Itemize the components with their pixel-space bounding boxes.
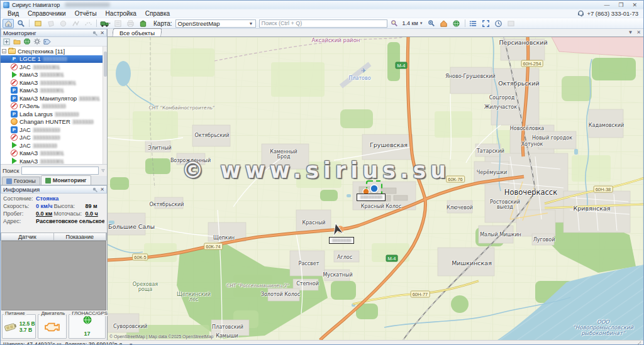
vehicle-row[interactable]: JAC 333333333 (1, 134, 107, 142)
menu-item[interactable]: Вид (3, 9, 23, 18)
hours-value[interactable]: 0.0 ч (86, 210, 98, 217)
object-list-button[interactable] (468, 19, 479, 28)
selected-vehicle-plate-label: 33333333 (357, 194, 386, 201)
expand-all-button[interactable] (3, 38, 11, 45)
app-window: Сириус Навигатор — ❐ ✕ ВидСправочникиОтч… (0, 0, 644, 345)
vehicle-row[interactable]: JAC 333333301 (1, 63, 107, 71)
vehicle-row[interactable]: КамАЗ 33333301 (1, 150, 107, 158)
close-panel-icon[interactable]: ✕ (100, 30, 104, 36)
vehicle-tree: – Спецтехника [11] LGCE 1 33333333 JAC 3… (1, 47, 107, 165)
pin-icon[interactable] (92, 187, 97, 192)
menu-item[interactable]: Настройка (101, 9, 141, 18)
fit-bounds-button[interactable] (480, 19, 492, 28)
home-view-button[interactable] (438, 19, 450, 28)
minimap-button[interactable] (506, 19, 517, 28)
tree-scrollbar[interactable] (103, 47, 107, 164)
gear-icon (33, 38, 41, 45)
maximize-button[interactable]: ❐ (618, 2, 623, 8)
zoom-search-button[interactable] (426, 19, 437, 28)
close-panel-icon[interactable]: ✕ (100, 187, 104, 192)
folder-icon (13, 38, 21, 45)
vehicle-status-icon (11, 71, 18, 78)
pin-icon[interactable] (92, 31, 97, 36)
vehicle-row[interactable]: КамАЗ Манипулятор 3333301 (1, 94, 107, 102)
value-col-header[interactable]: Показание (54, 233, 107, 240)
sensor-table-body (1, 241, 106, 310)
vehicle-row[interactable]: Lada Largus 33333333 (1, 110, 107, 118)
vehicle-group-row[interactable]: – Спецтехника [11] (1, 47, 107, 55)
menu-item[interactable]: Отчёты (70, 9, 101, 18)
world-view-button[interactable] (451, 19, 462, 28)
zone-tool-2-button[interactable] (57, 19, 69, 28)
sidebar-tab[interactable]: Геозоны (2, 177, 40, 185)
vehicle-row[interactable]: Changan HUNTER 3333333 (1, 118, 107, 126)
mileage-value[interactable]: 0.0 км (36, 210, 52, 217)
print-button[interactable] (125, 19, 136, 28)
vehicle-menu-button[interactable] (99, 19, 111, 28)
vehicle-row[interactable]: LGCE 1 33333333 (1, 55, 107, 63)
state-label: Состояние: (3, 195, 36, 202)
show-folder-button[interactable] (13, 38, 21, 45)
edit-geozone-button[interactable] (32, 19, 43, 28)
chevron-down-icon[interactable]: ▼ (129, 342, 133, 345)
monitoring-sidebar: Мониторинг ✕ – Спецтехника [11] (1, 29, 108, 340)
info-panel-header: Информация ✕ (1, 185, 107, 194)
tab-all-objects[interactable]: Все объекты (112, 28, 162, 36)
menu-bar: ВидСправочникиОтчётыНастройкаСправка +7 … (1, 9, 643, 18)
vehicle-row[interactable]: КамАЗ 33333301 (1, 87, 107, 95)
show-on-map-button[interactable] (23, 38, 31, 45)
global-search-input[interactable] (259, 19, 387, 28)
map-provider-select[interactable]: OpenStreetMap ▼ (175, 19, 256, 28)
map-scale-select[interactable]: 1.4 км▼ (401, 20, 425, 26)
report-button[interactable] (112, 19, 123, 28)
truck-icon (100, 19, 111, 28)
vehicle-row[interactable]: JAC 33333333 (1, 141, 107, 150)
resize-grip[interactable] (635, 341, 641, 345)
vehicle-row[interactable]: КамАЗ 33333301 (1, 71, 107, 79)
market-button[interactable] (137, 19, 148, 28)
magnifier-plus-icon (428, 19, 435, 27)
globe-icon (23, 38, 31, 45)
map-canvas[interactable]: ✈ (108, 37, 643, 340)
menu-item[interactable]: Справка (141, 9, 174, 18)
label-tag-icon (43, 38, 51, 45)
collapse-icon[interactable]: – (2, 49, 6, 53)
vehicle-row[interactable]: ГАЗель 33333333 (1, 102, 107, 111)
green-box-icon (139, 19, 147, 28)
menu-item[interactable]: Справочники (23, 9, 70, 18)
close-button[interactable]: ✕ (632, 2, 637, 8)
settings-button[interactable] (33, 38, 41, 45)
height-label: Высота: (54, 202, 86, 210)
monitoring-toolbar (1, 37, 107, 47)
sensor-col-header[interactable]: Датчик (1, 233, 54, 240)
indicator-panel: Питание 12.5 В3.7 В Двигатель ГЛОНАСС/GP… (1, 310, 107, 340)
map-tab-strip: Все объекты ▼ ✕ (108, 29, 643, 37)
track-object-button[interactable] (3, 19, 14, 28)
osm-attribution: © OpenStreetMap | Map data ©2025 OpenStr… (109, 334, 213, 339)
tab-list-icon[interactable]: ▼ (628, 30, 633, 35)
vehicle-row[interactable]: JAC 333333333 (1, 126, 107, 134)
run-search-button[interactable] (389, 19, 400, 28)
zone-tool-4-button[interactable] (82, 19, 94, 28)
history-button[interactable] (493, 19, 504, 28)
sidebar-tab-bar: ГеозоныМониторинг (1, 176, 107, 185)
voltage-backup: 3.7 В (19, 327, 32, 333)
vehicle-status-icon (11, 102, 18, 109)
report-icon (114, 19, 122, 28)
zone-tool-1-button[interactable] (45, 19, 56, 28)
search-object-button[interactable] (15, 19, 26, 28)
sidebar-tab[interactable]: Мониторинг (41, 175, 91, 185)
vehicle-row[interactable]: КамАЗ 333333333301 (1, 79, 107, 87)
glonass-globe-icon (83, 315, 92, 324)
power-indicator: Питание 12.5 В3.7 В (2, 314, 36, 339)
polygon-icon (47, 19, 55, 28)
tab-close-icon[interactable]: ✕ (636, 30, 641, 35)
tree-search-input[interactable] (21, 167, 99, 175)
labels-toggle-button[interactable] (43, 38, 51, 45)
vehicle-status-icon (11, 150, 18, 156)
zone-tool-3-button[interactable] (70, 19, 81, 28)
filter-icon[interactable] (101, 167, 105, 174)
map-base-layer: ✈ (108, 37, 643, 340)
vehicle-row[interactable]: КамАЗ 33333301 (1, 157, 107, 165)
minimize-button[interactable]: — (604, 2, 609, 8)
